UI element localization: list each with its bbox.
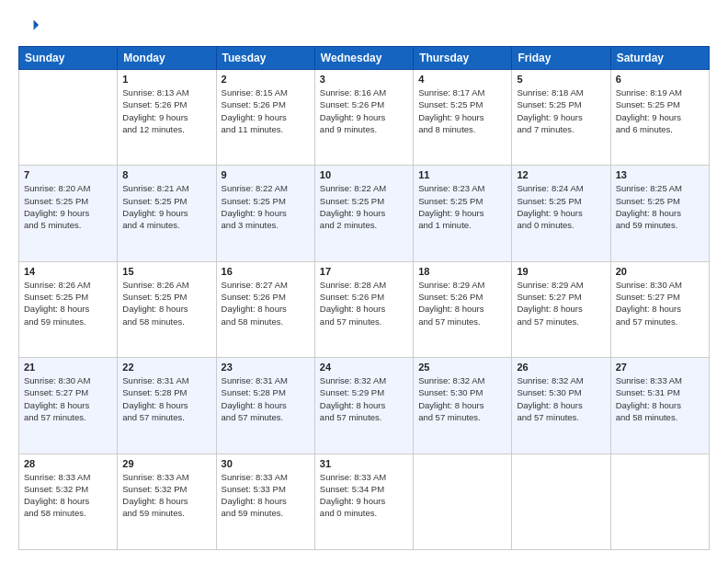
day-number: 8 [122, 169, 210, 180]
day-number: 15 [122, 266, 210, 277]
day-info: Sunrise: 8:24 AM Sunset: 5:25 PM Dayligh… [517, 182, 605, 231]
day-cell: 8Sunrise: 8:21 AM Sunset: 5:25 PM Daylig… [118, 166, 216, 261]
day-number: 28 [24, 458, 112, 469]
day-info: Sunrise: 8:22 AM Sunset: 5:25 PM Dayligh… [320, 182, 408, 231]
day-cell [19, 70, 118, 166]
day-number: 27 [616, 362, 704, 373]
column-header-friday: Friday [512, 47, 610, 70]
day-info: Sunrise: 8:21 AM Sunset: 5:25 PM Dayligh… [122, 182, 210, 231]
day-info: Sunrise: 8:31 AM Sunset: 5:28 PM Dayligh… [122, 374, 210, 423]
day-cell: 5Sunrise: 8:18 AM Sunset: 5:25 PM Daylig… [512, 70, 610, 166]
column-header-thursday: Thursday [414, 47, 512, 70]
day-cell: 3Sunrise: 8:16 AM Sunset: 5:26 PM Daylig… [314, 70, 413, 166]
day-cell: 2Sunrise: 8:15 AM Sunset: 5:26 PM Daylig… [216, 70, 314, 166]
day-number: 3 [320, 74, 408, 85]
day-number: 14 [24, 266, 112, 277]
day-number: 17 [320, 266, 408, 277]
day-info: Sunrise: 8:32 AM Sunset: 5:29 PM Dayligh… [320, 374, 408, 423]
day-cell: 26Sunrise: 8:32 AM Sunset: 5:30 PM Dayli… [512, 358, 610, 454]
day-info: Sunrise: 8:25 AM Sunset: 5:25 PM Dayligh… [616, 182, 704, 231]
day-info: Sunrise: 8:33 AM Sunset: 5:32 PM Dayligh… [24, 471, 112, 520]
header-row: SundayMondayTuesdayWednesdayThursdayFrid… [19, 47, 710, 70]
day-number: 12 [517, 169, 605, 180]
day-info: Sunrise: 8:13 AM Sunset: 5:26 PM Dayligh… [122, 86, 210, 135]
day-cell: 13Sunrise: 8:25 AM Sunset: 5:25 PM Dayli… [610, 166, 709, 261]
week-row-1: 1Sunrise: 8:13 AM Sunset: 5:26 PM Daylig… [19, 70, 710, 166]
day-cell: 15Sunrise: 8:26 AM Sunset: 5:25 PM Dayli… [118, 261, 216, 357]
column-header-wednesday: Wednesday [314, 47, 413, 70]
day-number: 6 [616, 74, 704, 85]
day-number: 31 [320, 458, 408, 469]
week-row-4: 21Sunrise: 8:30 AM Sunset: 5:27 PM Dayli… [19, 358, 710, 454]
day-info: Sunrise: 8:22 AM Sunset: 5:25 PM Dayligh… [222, 182, 310, 231]
day-cell: 17Sunrise: 8:28 AM Sunset: 5:26 PM Dayli… [314, 261, 413, 357]
day-info: Sunrise: 8:33 AM Sunset: 5:31 PM Dayligh… [616, 374, 704, 423]
day-info: Sunrise: 8:30 AM Sunset: 5:27 PM Dayligh… [616, 279, 704, 327]
day-cell: 31Sunrise: 8:33 AM Sunset: 5:34 PM Dayli… [314, 454, 413, 549]
day-number: 11 [418, 169, 506, 180]
day-info: Sunrise: 8:33 AM Sunset: 5:34 PM Dayligh… [320, 471, 408, 520]
day-number: 5 [517, 74, 605, 85]
day-cell [512, 454, 610, 549]
day-cell: 11Sunrise: 8:23 AM Sunset: 5:25 PM Dayli… [414, 166, 512, 261]
day-number: 22 [122, 362, 210, 373]
day-info: Sunrise: 8:26 AM Sunset: 5:25 PM Dayligh… [122, 279, 210, 327]
day-number: 30 [222, 458, 310, 469]
day-info: Sunrise: 8:19 AM Sunset: 5:25 PM Dayligh… [616, 86, 704, 135]
day-number: 2 [222, 74, 310, 85]
day-cell: 20Sunrise: 8:30 AM Sunset: 5:27 PM Dayli… [610, 261, 709, 357]
column-header-monday: Monday [118, 47, 216, 70]
day-info: Sunrise: 8:31 AM Sunset: 5:28 PM Dayligh… [222, 374, 310, 423]
day-number: 1 [122, 74, 210, 85]
day-cell: 16Sunrise: 8:27 AM Sunset: 5:26 PM Dayli… [216, 261, 314, 357]
week-row-3: 14Sunrise: 8:26 AM Sunset: 5:25 PM Dayli… [19, 261, 710, 357]
day-info: Sunrise: 8:28 AM Sunset: 5:26 PM Dayligh… [320, 279, 408, 327]
day-cell: 14Sunrise: 8:26 AM Sunset: 5:25 PM Dayli… [19, 261, 118, 357]
day-cell: 7Sunrise: 8:20 AM Sunset: 5:25 PM Daylig… [19, 166, 118, 261]
day-info: Sunrise: 8:33 AM Sunset: 5:33 PM Dayligh… [222, 471, 310, 520]
week-row-2: 7Sunrise: 8:20 AM Sunset: 5:25 PM Daylig… [19, 166, 710, 261]
day-info: Sunrise: 8:23 AM Sunset: 5:25 PM Dayligh… [418, 182, 506, 231]
column-header-sunday: Sunday [19, 47, 118, 70]
day-number: 13 [616, 169, 704, 180]
day-cell: 24Sunrise: 8:32 AM Sunset: 5:29 PM Dayli… [314, 358, 413, 454]
day-info: Sunrise: 8:20 AM Sunset: 5:25 PM Dayligh… [24, 182, 112, 231]
day-number: 10 [320, 169, 408, 180]
day-cell: 29Sunrise: 8:33 AM Sunset: 5:32 PM Dayli… [118, 454, 216, 549]
day-cell: 27Sunrise: 8:33 AM Sunset: 5:31 PM Dayli… [610, 358, 709, 454]
day-info: Sunrise: 8:32 AM Sunset: 5:30 PM Dayligh… [418, 374, 506, 423]
day-number: 20 [616, 266, 704, 277]
day-number: 24 [320, 362, 408, 373]
header [18, 17, 710, 37]
column-header-saturday: Saturday [610, 47, 709, 70]
day-info: Sunrise: 8:17 AM Sunset: 5:25 PM Dayligh… [418, 86, 506, 135]
day-cell: 18Sunrise: 8:29 AM Sunset: 5:26 PM Dayli… [414, 261, 512, 357]
day-number: 18 [418, 266, 506, 277]
day-cell: 21Sunrise: 8:30 AM Sunset: 5:27 PM Dayli… [19, 358, 118, 454]
day-info: Sunrise: 8:18 AM Sunset: 5:25 PM Dayligh… [517, 86, 605, 135]
day-cell: 12Sunrise: 8:24 AM Sunset: 5:25 PM Dayli… [512, 166, 610, 261]
day-info: Sunrise: 8:27 AM Sunset: 5:26 PM Dayligh… [222, 279, 310, 327]
logo-icon [18, 17, 39, 37]
day-number: 19 [517, 266, 605, 277]
day-cell: 10Sunrise: 8:22 AM Sunset: 5:25 PM Dayli… [314, 166, 413, 261]
day-info: Sunrise: 8:32 AM Sunset: 5:30 PM Dayligh… [517, 374, 605, 423]
calendar-table: SundayMondayTuesdayWednesdayThursdayFrid… [18, 46, 710, 550]
day-cell [610, 454, 709, 549]
day-number: 7 [24, 169, 112, 180]
day-cell: 1Sunrise: 8:13 AM Sunset: 5:26 PM Daylig… [118, 70, 216, 166]
day-number: 9 [222, 169, 310, 180]
day-cell: 28Sunrise: 8:33 AM Sunset: 5:32 PM Dayli… [19, 454, 118, 549]
page: SundayMondayTuesdayWednesdayThursdayFrid… [0, 0, 728, 563]
day-cell: 19Sunrise: 8:29 AM Sunset: 5:27 PM Dayli… [512, 261, 610, 357]
day-info: Sunrise: 8:15 AM Sunset: 5:26 PM Dayligh… [222, 86, 310, 135]
day-info: Sunrise: 8:33 AM Sunset: 5:32 PM Dayligh… [122, 471, 210, 520]
day-cell: 6Sunrise: 8:19 AM Sunset: 5:25 PM Daylig… [610, 70, 709, 166]
day-info: Sunrise: 8:29 AM Sunset: 5:27 PM Dayligh… [517, 279, 605, 327]
column-header-tuesday: Tuesday [216, 47, 314, 70]
day-cell: 4Sunrise: 8:17 AM Sunset: 5:25 PM Daylig… [414, 70, 512, 166]
day-number: 21 [24, 362, 112, 373]
day-cell: 22Sunrise: 8:31 AM Sunset: 5:28 PM Dayli… [118, 358, 216, 454]
day-info: Sunrise: 8:16 AM Sunset: 5:26 PM Dayligh… [320, 86, 408, 135]
day-info: Sunrise: 8:26 AM Sunset: 5:25 PM Dayligh… [24, 279, 112, 327]
